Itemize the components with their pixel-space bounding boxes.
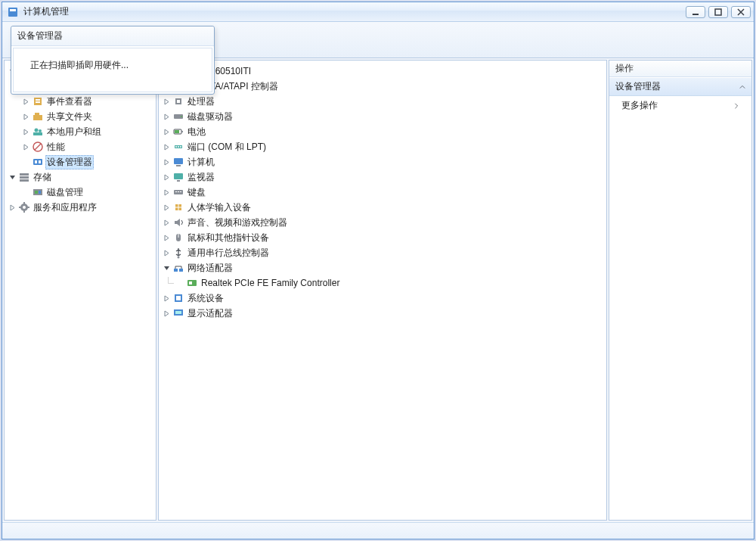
expand-closed-icon[interactable] (162, 157, 171, 166)
tree-item-label: 端口 (COM 和 LPT) (186, 141, 268, 154)
scanning-dialog-body: 正在扫描即插即用硬件... (13, 48, 212, 92)
expand-closed-icon[interactable] (162, 248, 171, 257)
expand-closed-icon[interactable] (162, 188, 171, 197)
keyboard-icon (172, 186, 184, 198)
tree-connector (162, 277, 174, 289)
tree-item-label: 通用串行总线控制器 (186, 247, 271, 260)
event-icon (32, 95, 44, 107)
device-mgr-icon (32, 156, 44, 168)
tree-item[interactable]: 声音、视频和游戏控制器 (160, 215, 605, 230)
expand-closed-icon[interactable] (8, 203, 17, 212)
tree-item-label: 共享文件夹 (45, 110, 94, 123)
nav-tree[interactable]: 系统工具任务计划程序事件查看器共享文件夹本地用户和组性能设备管理器存储磁盘管理服… (5, 61, 156, 520)
tree-item[interactable]: 键盘 (160, 185, 605, 200)
system-icon (172, 292, 184, 304)
storage-icon (18, 171, 30, 183)
tree-item-label: 显示适配器 (186, 307, 234, 320)
tree-item[interactable]: 监视器 (160, 169, 605, 185)
expand-closed-icon[interactable] (21, 142, 30, 151)
tree-item-label: 监视器 (186, 171, 216, 184)
services-icon (18, 201, 30, 213)
expand-closed-icon[interactable] (162, 127, 171, 136)
tree-item-label: 人体学输入设备 (186, 201, 253, 214)
computer-root-node[interactable]: 160510ITI (160, 64, 605, 79)
scanning-dialog: 设备管理器 正在扫描即插即用硬件... (11, 26, 215, 95)
tree-item-label: Realtek PCIe FE Family Controller (200, 278, 341, 288)
tree-item-label: 声音、视频和游戏控制器 (186, 216, 289, 229)
expand-closed-icon[interactable] (162, 233, 171, 242)
expand-closed-icon[interactable] (162, 203, 171, 212)
titlebar[interactable]: 计算机管理 (2, 2, 754, 22)
tree-item-label: 设备管理器 (45, 155, 94, 169)
device-tree-pane: 160510ITIIDE ATA/ATAPI 控制器处理器磁盘驱动器电池端口 (… (158, 60, 607, 521)
tree-item[interactable]: 事件查看器 (6, 94, 154, 109)
tree-item[interactable]: 本地用户和组 (6, 124, 154, 139)
hid-icon (172, 201, 184, 213)
expand-closed-icon[interactable] (162, 173, 171, 182)
expand-closed-icon[interactable] (162, 294, 171, 303)
tree-item-label: 事件查看器 (45, 95, 94, 108)
tree-item[interactable]: 服务和应用程序 (6, 200, 154, 215)
tree-item[interactable]: 共享文件夹 (6, 109, 154, 124)
content-area: 系统工具任务计划程序事件查看器共享文件夹本地用户和组性能设备管理器存储磁盘管理服… (2, 58, 754, 522)
tree-item[interactable]: 人体学输入设备 (160, 200, 605, 215)
expand-open-icon[interactable] (8, 173, 17, 182)
scanning-dialog-title: 设备管理器 (11, 26, 214, 46)
actions-section-label: 设备管理器 (615, 80, 661, 93)
expand-closed-icon[interactable] (162, 309, 171, 318)
tree-item[interactable]: 设备管理器 (6, 154, 154, 169)
window-title: 计算机管理 (23, 5, 69, 18)
tree-item[interactable]: 端口 (COM 和 LPT) (160, 139, 605, 154)
maximize-button[interactable] (708, 6, 728, 18)
tree-item-label: 鼠标和其他指针设备 (186, 232, 271, 244)
expand-closed-icon[interactable] (162, 142, 171, 151)
tree-item-label: 处理器 (186, 95, 216, 108)
close-button[interactable] (731, 6, 751, 18)
tree-item-label: 计算机 (186, 156, 216, 169)
tree-item[interactable]: 磁盘驱动器 (160, 109, 605, 124)
users-icon (32, 126, 44, 138)
expand-closed-icon[interactable] (162, 97, 171, 106)
actions-section[interactable]: 设备管理器 (609, 77, 751, 96)
tree-item-label: 磁盘驱动器 (186, 110, 234, 123)
status-bar (2, 522, 754, 539)
expand-open-icon[interactable] (162, 263, 171, 272)
sound-icon (172, 216, 184, 229)
minimize-button[interactable] (686, 6, 705, 18)
tree-item[interactable]: 处理器 (160, 94, 605, 109)
mouse-icon (172, 232, 184, 244)
battery-icon (172, 126, 184, 138)
actions-pane: 操作 设备管理器 更多操作 (609, 60, 752, 521)
more-actions-item[interactable]: 更多操作 (609, 96, 751, 115)
tree-item[interactable]: 电池 (160, 124, 605, 139)
display-icon (172, 307, 184, 319)
tree-item[interactable]: 计算机 (160, 154, 605, 169)
tree-item[interactable]: Realtek PCIe FE Family Controller (160, 275, 605, 291)
tree-item-label: 服务和应用程序 (32, 201, 98, 214)
tree-item-label: 性能 (45, 141, 67, 154)
network-icon (172, 262, 184, 274)
device-tree[interactable]: 160510ITIIDE ATA/ATAPI 控制器处理器磁盘驱动器电池端口 (… (159, 61, 606, 520)
more-actions-label: 更多操作 (621, 99, 658, 112)
port-icon (172, 141, 184, 153)
app-icon (7, 6, 19, 18)
expand-closed-icon[interactable] (162, 218, 171, 227)
expand-closed-icon[interactable] (21, 112, 30, 121)
tree-item[interactable]: 通用串行总线控制器 (160, 245, 605, 260)
cpu-icon (172, 95, 184, 107)
tree-item[interactable]: 显示适配器 (160, 306, 605, 321)
tree-item[interactable]: 网络适配器 (160, 260, 605, 275)
tree-item[interactable]: 存储 (6, 169, 154, 185)
tree-item[interactable]: 磁盘管理 (6, 185, 154, 200)
tree-item[interactable]: 鼠标和其他指针设备 (160, 230, 605, 245)
tree-item[interactable]: 系统设备 (160, 291, 605, 306)
computer-icon (172, 156, 184, 168)
expand-closed-icon[interactable] (162, 112, 171, 121)
tree-item[interactable]: 性能 (6, 139, 154, 154)
expand-closed-icon[interactable] (21, 127, 30, 136)
expand-closed-icon[interactable] (21, 97, 30, 106)
perf-icon (32, 141, 44, 153)
chevron-right-icon (733, 103, 739, 109)
tree-item[interactable]: IDE ATA/ATAPI 控制器 (160, 79, 605, 94)
tree-item-label: 系统设备 (186, 292, 225, 305)
